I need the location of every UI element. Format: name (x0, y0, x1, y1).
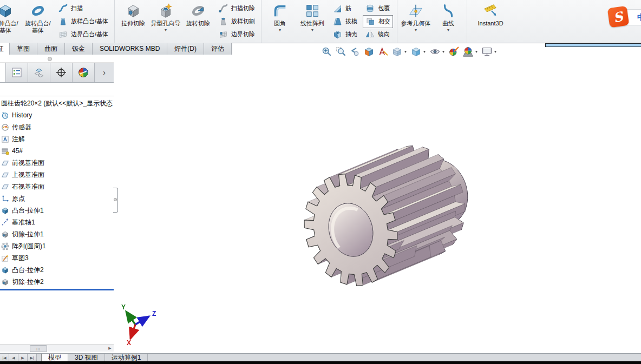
handle-dot-icon (114, 198, 117, 201)
instant3d-button[interactable]: Instant3D (469, 1, 512, 42)
scrollbar-right-arrow[interactable]: ▶ (107, 345, 113, 351)
tab-featuremanager-tree[interactable] (0, 63, 6, 82)
model-viewport-canvas[interactable] (119, 43, 641, 354)
display-style-button[interactable]: ▾ (410, 45, 427, 58)
tab-configuration-manager[interactable] (28, 63, 50, 82)
tree-item-boss-extrude1[interactable]: 凸台-拉伸1 (0, 204, 114, 216)
tree-item-top-plane[interactable]: 上视基准面 (0, 169, 114, 181)
tree-item-label: 基准轴1 (12, 218, 35, 227)
boundary-cut-button[interactable]: 边界切除 (216, 28, 257, 40)
tab-sketch[interactable]: 草图 (10, 43, 37, 55)
swept-cut-button[interactable]: 扫描切除 (216, 3, 257, 15)
dropdown-arrow-icon[interactable]: ▾ (442, 49, 444, 54)
panel-collapse-handle[interactable] (113, 188, 118, 213)
extruded-cut-button[interactable]: 拉伸切除 (117, 1, 149, 42)
tree-filter-area[interactable] (0, 83, 114, 96)
wrap-button[interactable]: 包覆 (363, 3, 393, 15)
modify-small-buttons-2: 包覆 相交 镜向 (361, 1, 395, 42)
annotation-views-button[interactable] (377, 45, 389, 58)
dropdown-arrow-icon[interactable]: ▾ (404, 49, 407, 54)
extruded-boss-icon (1, 207, 9, 215)
draft-button[interactable]: 拔模 (330, 15, 359, 27)
panel-grip[interactable] (0, 55, 114, 63)
rollback-bar[interactable] (0, 289, 114, 290)
tree-item-cut-extrude1[interactable]: 切除-拉伸1 (0, 228, 114, 240)
tab-display-manager[interactable] (73, 63, 95, 82)
view-settings-button[interactable]: ▾ (481, 45, 498, 58)
tree-item-cut-extrude2[interactable]: 切除-拉伸2 (0, 276, 114, 288)
lofted-boss-button[interactable]: 放样凸台/基体 (56, 15, 110, 27)
hide-show-items-button[interactable]: ▾ (429, 45, 446, 58)
dropdown-arrow-icon[interactable]: ▾ (311, 28, 313, 32)
button-label: 拉伸凸台/基体 (0, 20, 21, 34)
tree-item-boss-extrude2[interactable]: 凸台-拉伸2 (0, 264, 114, 276)
last-tab-button[interactable]: ▶| (28, 354, 37, 362)
lofted-cut-button[interactable]: 放样切割 (216, 15, 257, 27)
tree-item-label: 45# (12, 147, 23, 155)
tree-item-sketch3[interactable]: 草图3 (0, 252, 114, 264)
shell-button[interactable]: 抽壳 (330, 28, 359, 40)
tree-item-history[interactable]: History (0, 109, 114, 121)
apply-scene-button[interactable]: ▾ (462, 45, 479, 58)
mirror-icon (365, 29, 375, 39)
revolved-cut-button[interactable]: 旋转切除 (182, 1, 214, 42)
tree-item-label: 原点 (12, 194, 25, 203)
tree-item-circular-pattern1[interactable]: 阵列(圆周)1 (0, 240, 114, 252)
revolved-boss-base-button[interactable]: 旋转凸台/基体 (22, 1, 54, 42)
linear-pattern-button[interactable]: 线性阵列 ▾ (296, 1, 329, 42)
dropdown-arrow-icon[interactable]: ▾ (494, 49, 496, 54)
revolved-cut-icon (190, 3, 206, 19)
tree-root-part[interactable]: 圆柱齿轮20×2 (默认<<默认>_显示状态 (0, 97, 114, 109)
tab-sheet-metal[interactable]: 钣金 (65, 43, 93, 55)
tab-3d-views[interactable]: 3D 视图 (68, 354, 105, 362)
panel-splitter[interactable] (114, 55, 119, 351)
dropdown-arrow-icon[interactable]: ▾ (165, 28, 167, 32)
tree-item-right-plane[interactable]: 右视基准面 (0, 181, 114, 193)
fillet-button[interactable]: 圆角 ▾ (264, 1, 296, 42)
hole-wizard-button[interactable]: 异型孔向导 ▾ (149, 1, 182, 42)
tab-motion-study1[interactable]: 运动算例1 (105, 354, 148, 362)
mirror-button[interactable]: 镜向 (363, 29, 393, 41)
next-tab-button[interactable]: ▶ (18, 354, 28, 362)
tree-horizontal-scrollbar[interactable]: ||| ▶ (0, 344, 114, 352)
previous-view-button[interactable] (349, 45, 361, 58)
dropdown-arrow-icon[interactable]: ▾ (415, 28, 417, 32)
cut-small-buttons: 扫描切除 放样切割 边界切除 (214, 1, 259, 42)
view-orientation-button[interactable]: ▾ (391, 45, 408, 58)
dropdown-arrow-icon[interactable]: ▾ (279, 28, 281, 32)
tree-item-annotations[interactable]: 注解 (0, 133, 114, 145)
tree-item-front-plane[interactable]: 前视基准面 (0, 157, 114, 169)
button-label: 圆角 (274, 20, 286, 27)
boundary-boss-button[interactable]: 边界凸台/基体 (56, 28, 110, 40)
tab-dimxpert-manager[interactable] (50, 63, 73, 82)
button-label: 镜向 (378, 30, 390, 38)
scrollbar-thumb[interactable]: ||| (30, 345, 47, 352)
dropdown-arrow-icon[interactable]: ▾ (423, 49, 426, 54)
rib-button[interactable]: 筋 (330, 3, 359, 15)
panel-expand-arrow[interactable]: › (95, 63, 114, 82)
tab-surfaces[interactable]: 曲面 (37, 43, 65, 55)
edit-appearance-button[interactable] (448, 45, 460, 58)
previous-tab-button[interactable]: ◀ (9, 354, 18, 362)
tree-item-axis1[interactable]: 基准轴1 (0, 216, 114, 228)
dropdown-arrow-icon[interactable]: ▾ (447, 28, 449, 32)
swept-boss-button[interactable]: 扫描 (56, 3, 110, 15)
property-manager-icon (11, 67, 23, 78)
tab-property-manager[interactable] (6, 63, 28, 82)
first-tab-button[interactable]: |◀ (0, 354, 9, 362)
curves-button[interactable]: 曲线 ▾ (432, 1, 465, 42)
reference-geometry-button[interactable]: 参考几何体 ▾ (400, 1, 432, 42)
section-view-button[interactable] (363, 45, 375, 58)
zoom-to-area-button[interactable] (335, 45, 347, 58)
tree-item-sensors[interactable]: 传感器 (0, 121, 114, 133)
tab-label: 曲面 (44, 44, 57, 54)
intersect-button[interactable]: 相交 (363, 15, 393, 28)
tree-item-origin[interactable]: 原点 (0, 193, 114, 204)
tab-model[interactable]: 模型 (41, 354, 68, 362)
extruded-boss-base-button[interactable]: 拉伸凸台/基体 (0, 1, 22, 42)
axis-icon (1, 219, 9, 227)
tab-features[interactable]: 特征 (0, 43, 10, 55)
tree-item-material[interactable]: 45# (0, 145, 114, 157)
dropdown-arrow-icon[interactable]: ▾ (475, 49, 478, 54)
zoom-to-fit-button[interactable] (320, 45, 333, 58)
